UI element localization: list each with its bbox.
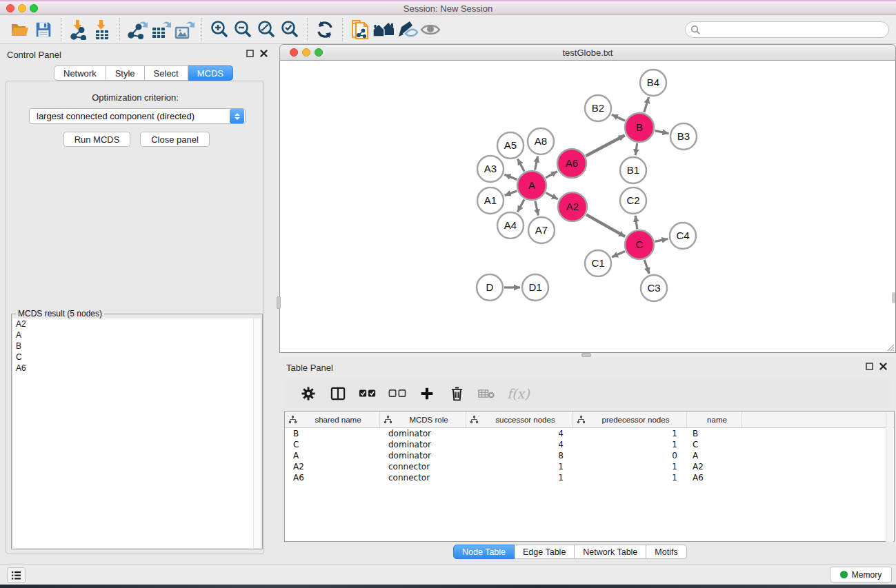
annotation-mode-button[interactable] [395,18,419,41]
graph-node-label: C2 [626,194,639,206]
fx-icon: f(x) [507,386,530,401]
tab-style[interactable]: Style [106,65,145,81]
select-all-columns-button[interactable] [359,385,377,403]
result-item[interactable]: A [13,330,253,341]
table-cell: 1 [466,473,573,483]
table-cell: A6 [285,473,380,483]
memory-label: Memory [852,570,882,580]
memory-status-dot [840,571,848,578]
column-header-shared-name[interactable]: shared name [285,412,380,427]
graph-edge-A-A5 [517,159,524,171]
result-item[interactable]: A6 [13,363,253,374]
mcds-result-title: MCDS result (5 nodes) [16,309,104,318]
tab-node-table[interactable]: Node Table [453,545,515,559]
float-window-icon[interactable] [246,50,254,57]
search-field [685,21,889,38]
column-header-predecessor-nodes[interactable]: predecessor nodes [573,412,687,427]
tab-edge-table[interactable]: Edge Table [515,545,575,559]
tab-motifs[interactable]: Motifs [646,545,686,559]
graph-node-label: B4 [647,77,659,88]
tab-network[interactable]: Network [54,65,106,81]
graph-edge-C-C2 [635,216,637,229]
memory-button[interactable]: Memory [830,567,892,582]
zoom-out-button[interactable] [231,18,255,41]
columns-icon [330,387,346,401]
float-table-panel-icon[interactable] [866,363,873,370]
import-table-icon [92,19,112,40]
ndex-network-button[interactable] [348,18,372,41]
table-row[interactable]: Adominator80A [285,450,894,461]
graph-node-label: A4 [504,219,517,231]
delete-column-button[interactable] [448,385,466,403]
close-panel-icon[interactable] [260,50,268,57]
table-panel-tabs: Node Table Edge Table Network Table Moti… [453,545,687,559]
table-vertical-scrollbar[interactable] [886,412,893,542]
result-list-scrollbar[interactable] [253,318,261,548]
fit-content-button[interactable] [255,18,278,41]
export-image-button[interactable] [172,18,196,41]
result-item[interactable]: B [13,341,253,352]
network-horizontal-scrollbar[interactable] [581,353,591,357]
open-session-button[interactable] [8,18,32,41]
result-item[interactable]: C [13,352,253,363]
export-network-button[interactable] [126,18,149,41]
criterion-select[interactable]: largest connected component (directed) [29,108,246,124]
graph-node-label: C1 [591,257,604,269]
zoom-in-icon [209,19,230,40]
apply-layout-button[interactable] [313,18,337,41]
delete-table-button[interactable] [477,385,495,403]
column-header-label: successor nodes [495,416,555,424]
graph-node-label: D [486,281,494,293]
network-overview-button[interactable] [372,18,395,41]
graph-node-label: A7 [535,224,548,236]
import-table-button[interactable] [90,18,114,41]
table-row[interactable]: Bdominator41B [285,428,894,439]
column-header-successor-nodes[interactable]: successor nodes [466,412,573,427]
show-column-button[interactable] [329,385,347,403]
resize-grip-icon[interactable] [885,342,895,352]
table-cell: 4 [466,440,573,449]
column-header-name[interactable]: name [687,412,742,427]
table-settings-button[interactable] [299,385,317,403]
network-graph[interactable]: AA1A2A3A4A5A6A7A8BB1B2B3B4CC1C2C3C4DD1 [280,61,895,352]
table-cell: A [285,451,380,460]
table-cell: 1 [573,473,687,483]
run-mcds-button[interactable]: Run MCDS [63,132,130,147]
create-column-button[interactable] [418,385,436,403]
zoom-selected-button[interactable] [278,18,301,41]
function-builder-button[interactable]: f(x) [507,385,530,403]
table-row[interactable]: A6connector11A6 [285,472,894,483]
zoom-in-button[interactable] [208,18,231,41]
hierarchy-icon [384,416,392,423]
table-cell: dominator [380,429,466,438]
table-cell: 8 [466,451,573,460]
export-table-button[interactable] [149,18,172,41]
network-window-titlebar[interactable]: testGlobe.txt [279,44,896,61]
network-vertical-scrollbar[interactable] [277,296,281,309]
table-row[interactable]: A2connector11A2 [285,461,894,472]
tab-mcds[interactable]: MCDS [188,65,233,81]
result-item[interactable]: A2 [13,318,253,330]
column-header-MCDS-role[interactable]: MCDS role [380,412,466,427]
table-cell: C [285,440,380,449]
floppy-save-icon [34,20,53,39]
unchecked-boxes-icon [388,389,406,398]
show-hide-button[interactable] [419,18,442,41]
tab-select[interactable]: Select [145,65,188,81]
table-cell: A6 [687,473,742,483]
network-right-scrollbar[interactable] [892,292,895,303]
network-canvas[interactable]: AA1A2A3A4A5A6A7A8BB1B2B3B4CC1C2C3C4DD1 [279,61,896,353]
tab-network-table[interactable]: Network Table [575,545,646,559]
graph-edge-A6-B [586,135,624,156]
search-input[interactable] [685,21,889,38]
table-panel: Table Panel [279,358,896,564]
close-panel-button[interactable]: Close panel [140,132,210,147]
import-network-button[interactable] [67,18,90,41]
deselect-all-columns-button[interactable] [388,385,406,403]
zoom-fit-icon [256,19,277,40]
close-table-panel-icon[interactable] [879,363,887,370]
task-history-button[interactable] [7,567,26,583]
table-row[interactable]: Cdominator41C [285,439,894,450]
hierarchy-icon [289,416,297,423]
save-session-button[interactable] [32,18,55,41]
